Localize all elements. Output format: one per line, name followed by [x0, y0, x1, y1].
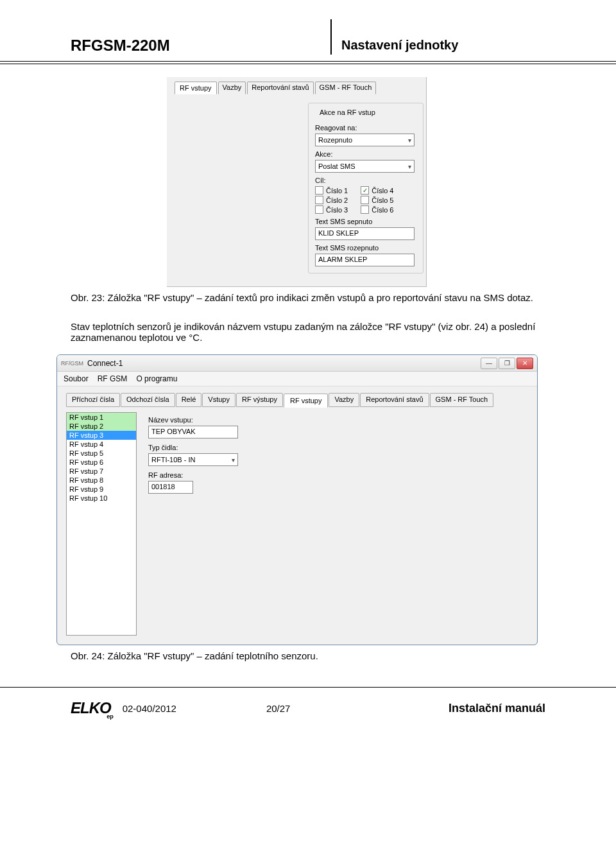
- label-cil: Cíl:: [315, 177, 416, 184]
- input-rf-adresa[interactable]: 001818: [148, 481, 193, 494]
- tab-rf-vstupy[interactable]: RF vstupy: [175, 82, 217, 94]
- rf-vstup-listbox[interactable]: RF vstup 1 RF vstup 2 RF vstup 3 RF vstu…: [66, 412, 137, 636]
- checkbox-cislo4[interactable]: ✓: [361, 186, 369, 195]
- footer-manual-title: Instalační manuál: [449, 702, 545, 715]
- dropdown-reagovat[interactable]: Rozepnuto: [315, 134, 415, 146]
- group-title: Akce na RF vstup: [318, 108, 377, 116]
- input-nazev-vstupu[interactable]: TEP OBYVAK: [148, 426, 238, 438]
- input-text-sepnuto[interactable]: KLID SKLEP: [315, 227, 415, 240]
- dropdown-typ-cidla[interactable]: RFTI-10B - IN: [148, 453, 238, 466]
- tab-gsm-rftouch[interactable]: GSM - RF Touch: [315, 82, 377, 94]
- logo-text: ELKO: [71, 699, 111, 716]
- list-item[interactable]: RF vstup 6: [67, 458, 136, 467]
- label-nazev-vstupu: Název vstupu:: [148, 416, 528, 424]
- checkbox-cislo6[interactable]: [361, 205, 369, 214]
- tab-rele[interactable]: Relé: [176, 393, 202, 407]
- label-text-rozepnuto: Text SMS rozepnuto: [315, 244, 416, 252]
- checkbox-cislo4-label: Číslo 4: [372, 187, 393, 195]
- label-text-sepnuto: Text SMS sepnuto: [315, 218, 416, 225]
- list-item[interactable]: RF vstup 2: [67, 422, 136, 431]
- input-text-rozepnuto[interactable]: ALARM SKLEP: [315, 254, 415, 266]
- list-item[interactable]: RF vstup 10: [67, 494, 136, 503]
- tab-prichozi[interactable]: Příchozí čísla: [66, 393, 120, 407]
- list-item[interactable]: RF vstup 1: [67, 413, 136, 422]
- tab-reportovani2[interactable]: Reportování stavů: [360, 393, 429, 407]
- menu-rfgsm[interactable]: RF GSM: [98, 374, 128, 383]
- minimize-button[interactable]: —: [481, 358, 497, 369]
- tab-odchozi[interactable]: Odchozí čísla: [121, 393, 175, 407]
- group-akce-na-rf-vstup: Akce na RF vstup Reagovat na: Rozepnuto …: [308, 103, 424, 273]
- tab-gsm-rftouch2[interactable]: GSM - RF Touch: [430, 393, 494, 407]
- menu-oprogramu[interactable]: O programu: [136, 374, 177, 383]
- checkbox-cislo5[interactable]: [361, 196, 369, 204]
- checkbox-cislo6-label: Číslo 6: [372, 206, 393, 214]
- menu-soubor[interactable]: Soubor: [64, 374, 89, 383]
- figure-23-caption: Obr. 23: Záložka "RF vstupy" – zadání te…: [71, 292, 545, 303]
- app-icon: RF/GSM: [61, 360, 83, 367]
- figure-24-window: RF/GSM Connect-1 — ❐ ✕ Soubor RF GSM O p…: [56, 354, 538, 645]
- tab-vazby[interactable]: Vazby: [218, 82, 246, 94]
- checkbox-cislo1[interactable]: [315, 186, 323, 195]
- maximize-button[interactable]: ❐: [499, 358, 515, 369]
- label-reagovat: Reagovat na:: [315, 124, 416, 132]
- header-rule: [0, 61, 616, 62]
- list-item-selected[interactable]: RF vstup 3: [67, 431, 136, 440]
- checkbox-cislo1-label: Číslo 1: [326, 187, 348, 195]
- checkbox-cislo3-label: Číslo 3: [326, 206, 348, 214]
- label-typ-cidla: Typ čidla:: [148, 444, 528, 451]
- list-item[interactable]: RF vstup 7: [67, 467, 136, 476]
- window-title: Connect-1: [87, 359, 481, 368]
- checkbox-cislo2-label: Číslo 2: [326, 196, 348, 204]
- tab-rf-vstupy2[interactable]: RF vstupy: [284, 394, 329, 408]
- window-titlebar: RF/GSM Connect-1 — ❐ ✕: [57, 355, 537, 372]
- fig2-tabstrip: Příchozí čísla Odchozí čísla Relé Vstupy…: [57, 386, 537, 407]
- close-button[interactable]: ✕: [517, 358, 533, 369]
- list-item[interactable]: RF vstup 9: [67, 485, 136, 494]
- logo-sub: ep: [107, 713, 114, 720]
- list-item[interactable]: RF vstup 4: [67, 440, 136, 449]
- page-footer: ELKO ep 02-040/2012 20/27 Instalační man…: [0, 688, 616, 730]
- header-divider: [330, 19, 332, 55]
- checkbox-cislo2[interactable]: [315, 196, 323, 204]
- section-title: Nastavení jednotky: [341, 38, 458, 55]
- menubar: Soubor RF GSM O programu: [57, 372, 537, 386]
- dropdown-akce[interactable]: Poslat SMS: [315, 160, 415, 173]
- header-rule-thin: [0, 64, 616, 64]
- footer-page-number: 20/27: [266, 703, 449, 714]
- label-akce: Akce:: [315, 150, 416, 158]
- page-header: RFGSM-220M Nastavení jednotky: [0, 0, 616, 55]
- tab-vstupy[interactable]: Vstupy: [202, 393, 235, 407]
- tab-reportovani[interactable]: Reportování stavů: [247, 82, 313, 94]
- label-rf-adresa: RF adresa:: [148, 471, 528, 479]
- checkbox-cislo5-label: Číslo 5: [372, 196, 393, 204]
- paragraph-body: Stav teplotních senzorů je indikován náz…: [71, 321, 545, 343]
- figure-23-panel: RF vstupy Vazby Reportování stavů GSM - …: [167, 77, 427, 287]
- checkbox-cislo3[interactable]: [315, 205, 323, 214]
- list-item[interactable]: RF vstup 5: [67, 449, 136, 458]
- tab-rf-vystupy[interactable]: RF výstupy: [236, 393, 283, 407]
- footer-doc-code: 02-040/2012: [123, 703, 176, 714]
- tab-vazby2[interactable]: Vazby: [329, 393, 359, 407]
- figure-24-caption: Obr. 24: Záložka "RF vstupy" – zadání te…: [71, 650, 545, 661]
- fig1-tabstrip: RF vstupy Vazby Reportování stavů GSM - …: [172, 81, 421, 94]
- list-item[interactable]: RF vstup 8: [67, 476, 136, 485]
- product-title: RFGSM-220M: [0, 37, 321, 55]
- footer-logo: ELKO ep: [71, 699, 111, 717]
